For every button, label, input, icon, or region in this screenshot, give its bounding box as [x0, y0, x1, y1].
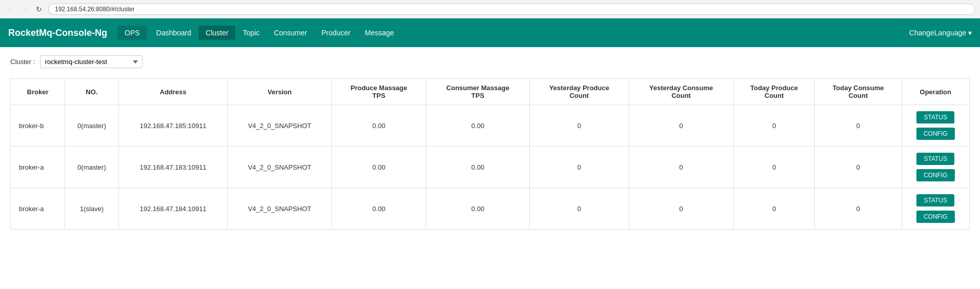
browser-bar: ← → ↻ — [0, 0, 980, 18]
status-button[interactable]: STATUS — [916, 153, 954, 165]
url-bar[interactable] — [48, 4, 975, 15]
cell-yesterday-produce: 0 — [530, 147, 629, 188]
cell-yesterday-produce: 0 — [530, 105, 629, 147]
cell-address: 192.168.47.183:10911 — [118, 147, 227, 188]
cell-operation: STATUS CONFIG — [902, 188, 969, 230]
page-content: Cluster : rocketmq-cluster-test Broker N… — [0, 47, 980, 238]
cell-address: 192.168.47.184:10911 — [118, 188, 227, 230]
config-button[interactable]: CONFIG — [916, 211, 955, 223]
status-button[interactable]: STATUS — [916, 194, 954, 207]
cell-address: 192.168.47.185:10911 — [118, 105, 227, 147]
table-row: broker-b 0(master) 192.168.47.185:10911 … — [11, 105, 970, 147]
forward-button[interactable]: → — [19, 4, 30, 14]
cell-produce-tps: 0.00 — [332, 147, 426, 188]
col-version: Version — [228, 79, 332, 105]
navbar: RocketMq-Console-Ng OPS Dashboard Cluste… — [0, 18, 980, 47]
nav-topic[interactable]: Topic — [235, 26, 267, 40]
reload-button[interactable]: ↻ — [34, 4, 44, 14]
cell-today-produce: 0 — [733, 105, 815, 147]
cell-version: V4_2_0_SNAPSHOT — [228, 188, 332, 230]
cell-yesterday-consume: 0 — [629, 188, 733, 230]
nav-producer[interactable]: Producer — [314, 26, 358, 40]
operation-buttons: STATUS CONFIG — [906, 193, 965, 224]
nav-dashboard[interactable]: Dashboard — [149, 26, 199, 40]
nav-cluster[interactable]: Cluster — [198, 26, 235, 40]
col-produce-tps: Produce MassageTPS — [332, 79, 426, 105]
col-broker: Broker — [11, 79, 65, 105]
nav-consumer[interactable]: Consumer — [267, 26, 314, 40]
cell-yesterday-consume: 0 — [629, 105, 733, 147]
col-today-produce: Today ProduceCount — [733, 79, 815, 105]
table-header-row: Broker NO. Address Version Produce Massa… — [11, 79, 970, 105]
status-button[interactable]: STATUS — [916, 111, 954, 123]
cell-today-consume: 0 — [815, 147, 902, 188]
cell-today-produce: 0 — [733, 188, 815, 230]
cell-consumer-tps: 0.00 — [426, 105, 530, 147]
cell-no: 0(master) — [65, 147, 118, 188]
broker-table: Broker NO. Address Version Produce Massa… — [10, 78, 970, 230]
cell-broker: broker-a — [11, 147, 65, 188]
col-operation: Operation — [902, 79, 969, 105]
col-yesterday-produce: Yesterday ProduceCount — [530, 79, 629, 105]
cluster-select[interactable]: rocketmq-cluster-test — [40, 55, 143, 68]
cluster-select-row: Cluster : rocketmq-cluster-test — [10, 55, 970, 68]
config-button[interactable]: CONFIG — [916, 128, 955, 140]
operation-buttons: STATUS CONFIG — [906, 110, 965, 141]
change-language-button[interactable]: ChangeLanguage ▾ — [909, 29, 972, 37]
cell-consumer-tps: 0.00 — [426, 147, 530, 188]
back-button[interactable]: ← — [5, 4, 15, 14]
cell-yesterday-produce: 0 — [530, 188, 629, 230]
cell-operation: STATUS CONFIG — [902, 105, 969, 147]
cell-today-consume: 0 — [815, 188, 902, 230]
cell-today-consume: 0 — [815, 105, 902, 147]
cell-today-produce: 0 — [733, 147, 815, 188]
cluster-label: Cluster : — [10, 58, 35, 66]
navbar-brand: RocketMq-Console-Ng — [8, 28, 107, 38]
col-address: Address — [118, 79, 227, 105]
cell-no: 1(slave) — [65, 188, 118, 230]
cell-version: V4_2_0_SNAPSHOT — [228, 147, 332, 188]
cell-no: 0(master) — [65, 105, 118, 147]
cell-broker: broker-a — [11, 188, 65, 230]
col-consumer-tps: Consumer MassageTPS — [426, 79, 530, 105]
col-yesterday-consume: Yesterday ConsumeCount — [629, 79, 733, 105]
cell-yesterday-consume: 0 — [629, 147, 733, 188]
col-no: NO. — [65, 79, 118, 105]
col-today-consume: Today ConsumeCount — [815, 79, 902, 105]
table-row: broker-a 1(slave) 192.168.47.184:10911 V… — [11, 188, 970, 230]
cell-operation: STATUS CONFIG — [902, 147, 969, 188]
table-row: broker-a 0(master) 192.168.47.183:10911 … — [11, 147, 970, 188]
nav-message[interactable]: Message — [358, 26, 402, 40]
cell-version: V4_2_0_SNAPSHOT — [228, 105, 332, 147]
operation-buttons: STATUS CONFIG — [906, 152, 965, 182]
navbar-ops-button[interactable]: OPS — [117, 26, 147, 40]
cell-produce-tps: 0.00 — [332, 188, 426, 230]
cell-broker: broker-b — [11, 105, 65, 147]
cell-consumer-tps: 0.00 — [426, 188, 530, 230]
config-button[interactable]: CONFIG — [916, 169, 955, 181]
cell-produce-tps: 0.00 — [332, 105, 426, 147]
